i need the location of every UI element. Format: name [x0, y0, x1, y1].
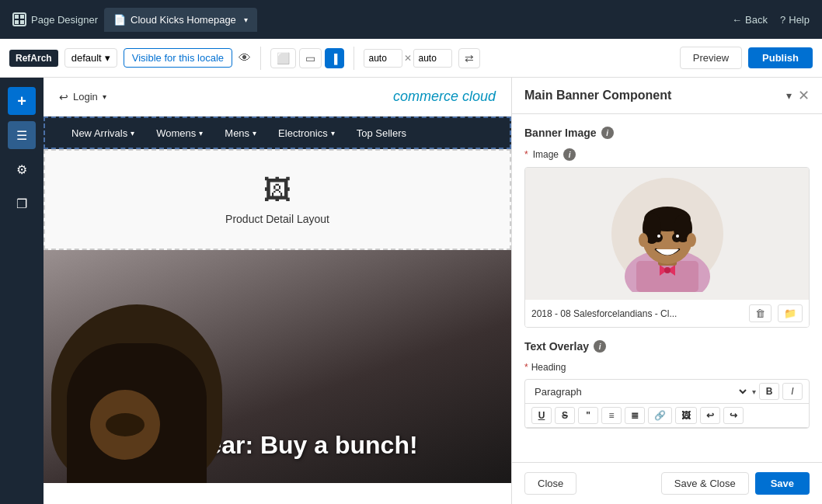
redo-button[interactable]: ↪: [723, 407, 744, 424]
page-nav: New Arrivals ▾ Womens ▾ Mens ▾ Electroni…: [44, 116, 511, 149]
svg-rect-3: [20, 20, 24, 24]
page-mockup: ↩ Login ▾ commerce cloud New Arrivals ▾ …: [44, 78, 511, 504]
nav-label: New Arrivals: [71, 127, 127, 139]
image-label-text: Image: [533, 149, 559, 160]
swap-icon: ⇄: [465, 52, 474, 64]
login-area: ↩ Login ▾: [59, 91, 106, 103]
strikethrough-icon: S: [562, 410, 568, 421]
svg-point-15: [653, 233, 663, 242]
page-header: ↩ Login ▾ commerce cloud: [44, 78, 511, 116]
panel-header: Main Banner Component ▾ ✕: [512, 78, 822, 114]
nav-item-new-arrivals[interactable]: New Arrivals ▾: [61, 116, 145, 149]
info-letter: i: [599, 342, 601, 351]
nav-item-top-sellers[interactable]: Top Sellers: [346, 116, 417, 149]
help-icon: ?: [780, 14, 785, 26]
desktop-view-button[interactable]: ⬜: [270, 48, 296, 68]
visibility-toggle-button[interactable]: 👁: [239, 51, 251, 65]
eye-icon: 👁: [239, 51, 251, 64]
login-arrow-icon: ↩: [59, 91, 68, 103]
save-button[interactable]: Save: [755, 472, 810, 495]
components-panel-button[interactable]: ☰: [8, 121, 36, 149]
required-star: *: [524, 149, 528, 160]
refarch-badge: RefArch: [9, 50, 58, 67]
image-placeholder: 🖼 Product Detail Layout: [44, 149, 511, 250]
quote-icon: ": [586, 410, 590, 421]
delete-image-button[interactable]: 🗑: [749, 304, 771, 322]
heading-required-star: *: [524, 362, 528, 373]
browse-image-button[interactable]: 📁: [778, 304, 803, 322]
swap-button[interactable]: ⇄: [458, 48, 480, 68]
right-panel: Main Banner Component ▾ ✕ Banner Image i…: [511, 78, 822, 504]
nav-item-mens[interactable]: Mens ▾: [214, 116, 267, 149]
paragraph-select[interactable]: Paragraph: [531, 385, 749, 398]
svg-point-16: [672, 233, 681, 242]
panel-collapse-icon[interactable]: ▾: [786, 89, 792, 102]
mobile-view-button[interactable]: ▐: [325, 48, 344, 68]
add-component-button[interactable]: +: [8, 87, 36, 115]
image-placeholder-icon: 🖼: [263, 174, 291, 207]
add-icon: +: [17, 92, 26, 110]
underline-button[interactable]: U: [531, 407, 552, 424]
separator-2: [354, 47, 354, 70]
left-sidebar: + ☰ ⚙ ❐: [0, 78, 44, 504]
quote-button[interactable]: ": [578, 407, 598, 424]
svg-point-17: [657, 235, 660, 238]
size-close-icon[interactable]: ✕: [404, 53, 412, 64]
panel-body: Banner Image i * Image i: [512, 114, 822, 462]
bold-button[interactable]: B: [759, 383, 779, 400]
mobile-icon: ▐: [331, 54, 338, 64]
panel-title: Main Banner Component: [524, 89, 786, 103]
publish-button[interactable]: Publish: [748, 47, 813, 68]
close-button[interactable]: Close: [524, 472, 576, 495]
settings-panel-button[interactable]: ⚙: [8, 155, 36, 183]
avatar-image: [609, 176, 726, 292]
back-label: Back: [745, 14, 768, 26]
nav-item-womens[interactable]: Womens ▾: [145, 116, 214, 149]
nav-label: Electronics: [278, 127, 328, 139]
visible-locale-button[interactable]: Visible for this locale: [124, 48, 232, 68]
svg-rect-2: [15, 20, 19, 24]
italic-button[interactable]: I: [782, 383, 803, 400]
banner-image-section-header: Banner Image i: [524, 127, 810, 139]
underline-icon: U: [538, 410, 545, 421]
height-input[interactable]: [413, 49, 452, 68]
image-preview-inner: [525, 168, 809, 300]
undo-icon: ↩: [706, 410, 714, 421]
back-button[interactable]: ← Back: [732, 14, 768, 26]
desktop-icon: ⬜: [277, 52, 290, 64]
link-button[interactable]: 🔗: [648, 407, 672, 424]
image-insert-button[interactable]: 🖼: [675, 407, 697, 424]
pages-panel-button[interactable]: ❐: [8, 189, 36, 217]
unordered-list-button[interactable]: ≡: [601, 407, 622, 424]
undo-button[interactable]: ↩: [700, 407, 720, 424]
banner-image-title: Banner Image: [524, 127, 597, 139]
nav-label: Top Sellers: [357, 127, 406, 139]
rt-btn-row: U S " ≡ ≣: [525, 404, 809, 428]
image-info-icon[interactable]: i: [563, 148, 576, 161]
list-ol-icon: ≣: [631, 410, 639, 421]
page-tab[interactable]: 📄 Cloud Kicks Homepage ▾: [104, 8, 257, 32]
default-dropdown[interactable]: default ▾: [64, 48, 117, 68]
nav-item-electronics[interactable]: Electronics ▾: [267, 116, 346, 149]
tab-dropdown-icon[interactable]: ▾: [244, 16, 248, 24]
save-close-button[interactable]: Save & Close: [661, 472, 749, 495]
width-input[interactable]: [364, 49, 402, 68]
banner-image-info-icon[interactable]: i: [601, 127, 614, 139]
default-label: default: [71, 52, 102, 64]
text-overlay-info-icon[interactable]: i: [594, 340, 606, 353]
help-button[interactable]: ? Help: [780, 14, 810, 26]
tab-label: Cloud Kicks Homepage: [131, 14, 236, 26]
text-overlay-title: Text Overlay: [524, 340, 589, 353]
panel-close-button[interactable]: ✕: [798, 87, 810, 104]
rich-text-editor: Paragraph ▾ B I U: [524, 379, 810, 429]
trash-icon: 🗑: [755, 308, 765, 319]
help-label: Help: [789, 14, 810, 26]
bold-icon: B: [766, 386, 773, 397]
tablet-icon: ▭: [305, 52, 315, 64]
strikethrough-button[interactable]: S: [555, 407, 575, 424]
device-buttons: ⬜ ▭ ▐: [270, 48, 344, 68]
pages-icon: ❐: [16, 196, 27, 211]
ordered-list-button[interactable]: ≣: [625, 407, 645, 424]
tablet-view-button[interactable]: ▭: [299, 48, 322, 68]
preview-button[interactable]: Preview: [680, 47, 742, 69]
